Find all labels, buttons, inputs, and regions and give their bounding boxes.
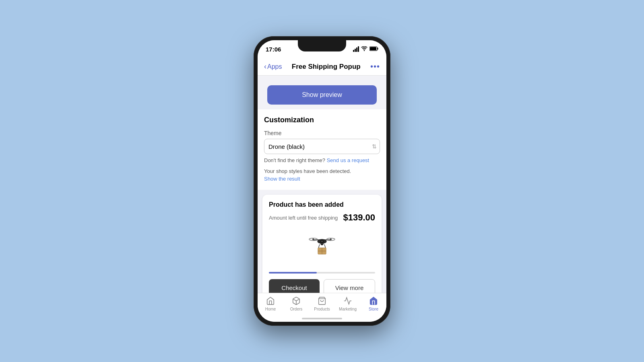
- shipping-amount: $139.00: [343, 212, 375, 223]
- show-result-link[interactable]: Show the result: [264, 176, 380, 182]
- drone-illustration: [269, 228, 375, 264]
- products-icon: [317, 296, 327, 306]
- tab-store-label: Store: [369, 307, 378, 311]
- helper-text: Don't find the right theme? Send us a re…: [264, 157, 380, 163]
- marketing-icon: [343, 296, 353, 306]
- back-label: Apps: [267, 63, 282, 70]
- preview-card-title: Product has been added: [269, 201, 375, 208]
- phone-screen: 17:06: [258, 40, 386, 322]
- phone-frame: 17:06: [254, 36, 390, 326]
- status-time: 17:06: [266, 46, 281, 53]
- preview-card-body: Product has been added Amount left until…: [262, 195, 382, 272]
- tab-products[interactable]: Products: [309, 296, 335, 311]
- svg-point-12: [322, 243, 322, 244]
- tab-store[interactable]: Store: [361, 296, 386, 311]
- svg-rect-2: [370, 47, 376, 50]
- svg-point-18: [312, 239, 314, 240]
- nav-bar: ‹ Apps Free Shipping Popup •••: [258, 58, 386, 76]
- tab-marketing-label: Marketing: [339, 307, 357, 311]
- store-icon: [368, 296, 379, 306]
- wifi-icon: [361, 46, 367, 52]
- status-icons: [353, 46, 378, 52]
- shipping-label: Amount left until free shipping: [269, 215, 338, 221]
- notch: [298, 40, 346, 51]
- preview-buttons: Checkout View more: [262, 274, 382, 293]
- svg-line-14: [324, 244, 326, 248]
- home-icon: [265, 296, 276, 306]
- more-button[interactable]: •••: [370, 62, 380, 71]
- tab-orders[interactable]: Orders: [283, 296, 309, 311]
- tab-home-label: Home: [265, 307, 276, 311]
- theme-label: Theme: [264, 130, 380, 136]
- back-button[interactable]: ‹ Apps: [264, 62, 282, 71]
- battery-icon: [369, 46, 378, 52]
- page-title: Free Shipping Popup: [292, 63, 361, 71]
- svg-point-9: [322, 241, 322, 242]
- tab-products-label: Products: [314, 307, 330, 311]
- signal-icon: [353, 46, 359, 52]
- customization-section: Customization Theme Drone (black) ⇅ Don'…: [258, 109, 386, 190]
- content-area: Show preview Customization Theme Drone (…: [258, 76, 386, 293]
- checkout-button[interactable]: Checkout: [269, 279, 320, 293]
- customization-title: Customization: [264, 116, 380, 124]
- send-request-link[interactable]: Send us a request: [327, 157, 369, 163]
- tab-home[interactable]: Home: [258, 296, 283, 311]
- status-bar: 17:06: [258, 40, 386, 58]
- back-arrow-icon: ‹: [264, 62, 266, 71]
- preview-card: Product has been added Amount left until…: [262, 195, 382, 293]
- shipping-row: Amount left until free shipping $139.00: [269, 212, 375, 223]
- theme-select[interactable]: Drone (black): [264, 139, 380, 154]
- show-preview-button[interactable]: Show preview: [267, 85, 377, 105]
- shop-detected-text: Your shop styles have been detected.: [264, 168, 380, 174]
- svg-rect-1: [378, 47, 378, 49]
- tab-orders-label: Orders: [290, 307, 303, 311]
- svg-line-13: [318, 244, 320, 248]
- home-indicator: [302, 318, 342, 319]
- theme-select-wrapper: Drone (black) ⇅: [264, 139, 380, 154]
- orders-icon: [291, 296, 301, 306]
- svg-point-19: [330, 239, 332, 240]
- tab-marketing[interactable]: Marketing: [335, 296, 361, 311]
- view-more-button[interactable]: View more: [324, 279, 375, 293]
